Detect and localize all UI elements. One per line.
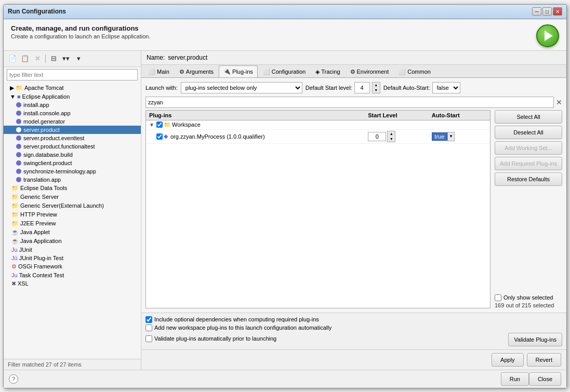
duplicate-config-button[interactable]: 📋: [19, 53, 31, 64]
tree-item-osgi-framework[interactable]: ⚙ OSGi Framework: [4, 262, 141, 271]
launch-bar: Launch with: plug-ins selected below onl…: [145, 82, 562, 93]
tree-item-task-context-test[interactable]: Ju Task Context Test: [4, 271, 141, 279]
search-clear-icon[interactable]: ✕: [556, 98, 562, 106]
tree-item-label: model.generator: [23, 118, 65, 125]
apply-button[interactable]: Apply: [492, 353, 524, 367]
run-icon[interactable]: [536, 24, 559, 47]
validate-auto-checkbox[interactable]: [145, 335, 152, 342]
tree-item-install-console-app[interactable]: install.console.app: [4, 109, 141, 117]
delete-config-button[interactable]: ✖: [32, 53, 43, 64]
window-header: Create, manage, and run configurations C…: [4, 19, 566, 51]
tab-arguments[interactable]: ⚙ Arguments: [175, 66, 218, 77]
tree-item-generic-server[interactable]: 📁 Generic Server: [4, 193, 141, 201]
only-show-label: Only show selected: [503, 294, 553, 301]
tree-item-label: Task Context Test: [19, 272, 64, 278]
left-panel: 📄 📋 ✖ ⊟ ▾▾ ▾ ▶ 📁 Apache Tomcat: [4, 51, 141, 370]
tree-item-java-application[interactable]: ☕ Java Application: [4, 237, 141, 246]
add-working-set-button[interactable]: Add Working Set...: [495, 141, 562, 155]
tree-item-label: Generic Server: [20, 194, 59, 200]
launch-with-select[interactable]: plug-ins selected below only all workspa…: [181, 82, 302, 93]
validate-plugins-button[interactable]: Validate Plug-ins: [508, 333, 562, 346]
expand-icon: ▶: [10, 85, 14, 91]
minimize-button[interactable]: ─: [532, 7, 541, 16]
workspace-cell: ▼ 📁 Workspace: [146, 120, 365, 129]
plugin-level-down[interactable]: ▼: [388, 137, 395, 142]
close-button[interactable]: Close: [529, 372, 561, 386]
tree-item-label: Apache Tomcat: [24, 85, 64, 91]
common-tab-icon: ⬜: [399, 69, 406, 75]
plugin-checkbox[interactable]: [156, 133, 163, 140]
auto-start-dropdown-arrow[interactable]: ▼: [447, 132, 455, 141]
tab-environment[interactable]: ⚙ Environment: [346, 66, 394, 77]
tree-item-synchronize-terminology[interactable]: synchronize-terminology.app: [4, 167, 141, 175]
filter-button[interactable]: ⊟: [48, 53, 59, 64]
tree-item-java-applet[interactable]: ☕ Java Applet: [4, 228, 141, 237]
tab-plugins[interactable]: 🔌 Plug-ins: [219, 65, 258, 77]
run-button[interactable]: Run: [501, 372, 529, 386]
tree-item-eclipse-data-tools[interactable]: 📁 Eclipse Data Tools: [4, 184, 141, 193]
workspace-checkbox[interactable]: [156, 121, 163, 128]
tree-item-xsl[interactable]: ✖ XSL: [4, 279, 141, 288]
tree-item-swingclient-product[interactable]: swingclient.product: [4, 159, 141, 167]
circle-icon: [16, 160, 21, 166]
tree-item-label: JUnit Plug-in Test: [19, 255, 63, 261]
workspace-expand-btn[interactable]: ▼: [149, 122, 155, 128]
main-tab-label: Main: [157, 69, 169, 75]
tree-item-server-product[interactable]: server.product: [4, 126, 141, 134]
tree-item-label: OSGi Framework: [18, 263, 62, 269]
tree-item-junit-plugin[interactable]: Jü JUnit Plug-in Test: [4, 254, 141, 262]
filter-input[interactable]: [7, 69, 138, 80]
tree-item-junit[interactable]: Ju JUnit: [4, 246, 141, 254]
close-window-button[interactable]: ✕: [553, 7, 562, 16]
select-all-button[interactable]: Select All: [495, 110, 562, 124]
folder-icon: 📁: [11, 194, 19, 200]
tree-item-j2ee-preview[interactable]: 📁 J2EE Preview: [4, 219, 141, 228]
start-level-input[interactable]: [354, 82, 370, 93]
tree-item-install-app[interactable]: install.app: [4, 101, 141, 109]
tree-item-eclipse-application[interactable]: ▼ ■ Eclipse Application: [4, 92, 141, 101]
tree-item-translation-app[interactable]: translation.app: [4, 175, 141, 184]
plugin-level-up[interactable]: ▲: [388, 131, 395, 137]
start-level-cell: ▲ ▼: [368, 131, 426, 142]
add-new-workspace-checkbox[interactable]: [145, 325, 152, 331]
tab-configuration[interactable]: ⬜ Configuration: [258, 66, 310, 77]
only-show-checkbox[interactable]: [495, 294, 501, 301]
tree-item-http-preview[interactable]: 📁 HTTP Preview: [4, 210, 141, 219]
tree-item-server-product-eventtest[interactable]: server.product.eventtest: [4, 134, 141, 142]
auto-start-select[interactable]: false true: [432, 82, 460, 93]
maximize-button[interactable]: □: [542, 7, 552, 16]
header-subtitle: Create a configuration to launch an Ecli…: [11, 33, 150, 39]
deselect-all-button[interactable]: Deselect All: [495, 126, 562, 139]
help-icon[interactable]: ?: [9, 374, 18, 384]
include-optional-label: Include optional dependencies when compu…: [154, 316, 319, 322]
search-input[interactable]: [145, 97, 554, 108]
auto-start-dropdown: true ▼: [432, 132, 487, 141]
status-bar: ? Run Close: [4, 370, 566, 388]
include-optional-checkbox[interactable]: [145, 316, 152, 323]
col-plugins: Plug-ins: [146, 111, 365, 120]
tab-main[interactable]: ⬜ Main: [143, 66, 174, 77]
include-optional-row: Include optional dependencies when compu…: [145, 316, 562, 323]
tree-item-apache-tomcat[interactable]: ▶ 📁 Apache Tomcat: [4, 84, 141, 92]
tree-item-model-generator[interactable]: model.generator: [4, 117, 141, 126]
revert-button[interactable]: Revert: [527, 353, 561, 367]
tab-common[interactable]: ⬜ Common: [394, 66, 435, 77]
plugin-start-level-input[interactable]: [368, 132, 386, 141]
restore-defaults-button[interactable]: Restore Defaults: [495, 172, 562, 186]
tree-item-sign-database-build[interactable]: sign.database.build: [4, 151, 141, 159]
new-config-button[interactable]: 📄: [7, 53, 18, 64]
java-icon: ☕: [11, 238, 19, 245]
tree-item-generic-server-external[interactable]: 📁 Generic Server(External Launch): [4, 201, 141, 210]
default-start-level: Default Start level: ▲ ▼: [306, 82, 380, 93]
collapse-all-button[interactable]: ▾▾: [60, 53, 72, 64]
add-required-plugins-button[interactable]: Add Required Plug-ins: [495, 157, 562, 170]
tree-item-label: server.product.eventtest: [23, 135, 84, 141]
tree-item-server-product-functionaltest[interactable]: server.product.functionaltest: [4, 142, 141, 151]
workspace-tree-row: ▼ 📁 Workspace: [149, 121, 362, 128]
start-level-up[interactable]: ▲: [373, 83, 380, 88]
start-level-down[interactable]: ▼: [373, 88, 380, 93]
tab-tracing[interactable]: ◈ Tracing: [311, 66, 344, 77]
side-buttons: Select All Deselect All Add Working Set.…: [495, 110, 562, 308]
dropdown-button[interactable]: ▾: [73, 53, 84, 64]
validate-auto-label: Validate plug-ins automatically prior to…: [154, 335, 276, 342]
